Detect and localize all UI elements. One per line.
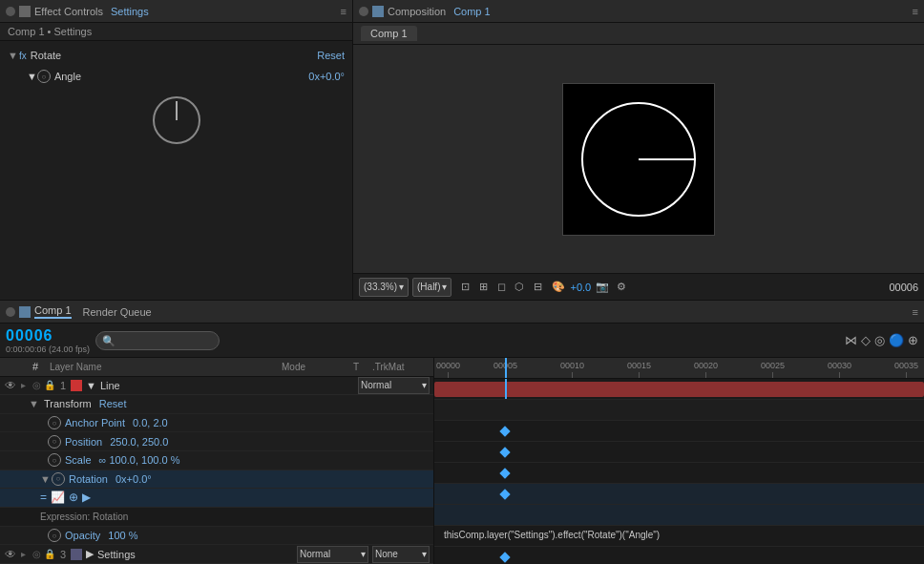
layer-name-settings[interactable]: Settings	[97, 549, 136, 560]
comp-close-button[interactable]	[359, 7, 368, 16]
track-row-opacity	[434, 547, 924, 564]
comp-panel-icon	[372, 6, 384, 17]
playhead[interactable]	[505, 358, 507, 378]
ruler-tick-10: 00010	[560, 361, 584, 378]
opacity-value[interactable]: 100 %	[108, 530, 137, 541]
panel-icon	[19, 6, 31, 17]
effect-reset-button[interactable]: Reset	[317, 50, 345, 61]
track-row-expression-text: thisComp.layer("Settings").effect("Rotat…	[434, 526, 924, 547]
settings-icon[interactable]: ⚙	[614, 280, 629, 295]
composition-header: Composition Comp 1 ≡	[353, 0, 924, 23]
timeline-panel-icon	[19, 306, 31, 318]
time-ruler: 00000 00005 00010 00015	[434, 358, 924, 379]
shy-icon[interactable]: 🔵	[889, 333, 904, 347]
layer-expand-3[interactable]: ▶	[86, 548, 94, 560]
expr-link-icon[interactable]: ⊕	[69, 491, 78, 504]
comp-tab[interactable]: Comp 1	[361, 26, 417, 41]
layer-visibility-line[interactable]: 👁	[4, 379, 17, 392]
comp-panel-menu-button[interactable]: ≡	[913, 6, 918, 17]
panel-menu-button[interactable]: ≡	[341, 6, 346, 17]
keyframe-anchor[interactable]	[499, 426, 510, 436]
snapping-icon[interactable]: ⋈	[845, 333, 857, 347]
scale-value[interactable]: ∞ 100.0, 100.0 %	[99, 454, 180, 466]
timecode[interactable]: 00006	[6, 327, 90, 345]
settings-audio-icon[interactable]: ▸	[17, 549, 29, 560]
col-lock: #	[32, 361, 46, 372]
color-value: +0.0	[570, 282, 591, 293]
layer-lock-icon[interactable]: 🔒	[44, 380, 55, 391]
layer-trkmat-settings[interactable]: None ▾	[372, 546, 430, 563]
timeline-tab-comp1[interactable]: Comp 1	[34, 304, 72, 319]
track-bar-line	[434, 382, 924, 397]
transform-expand-icon[interactable]: ▼	[29, 398, 40, 409]
angle-dial[interactable]	[153, 96, 200, 144]
dial-indicator	[176, 101, 178, 120]
layer-solo-icon[interactable]: ◎	[31, 380, 42, 391]
layer-visibility-settings[interactable]: 👁	[4, 548, 17, 561]
draft-icon[interactable]: ⊕	[908, 333, 918, 347]
layer-mode-select-line[interactable]: Normal ▾	[358, 377, 430, 394]
angle-icon: ○	[37, 70, 51, 83]
rotation-value[interactable]: 0x+0.0°	[116, 473, 152, 485]
col-t: T	[353, 362, 372, 372]
ruler-tick-35: 00035	[894, 361, 918, 378]
layer-num-1: 1	[55, 380, 71, 391]
new-keyframe-icon[interactable]: ◇	[861, 333, 871, 347]
expand-icon[interactable]: ▼	[8, 50, 19, 61]
track-row-line	[434, 379, 924, 400]
position-value[interactable]: 250.0, 250.0	[110, 436, 168, 448]
layer-expand-1[interactable]: ▼	[86, 380, 96, 391]
rotation-expand[interactable]: ▼	[40, 473, 52, 485]
composition-panel: Composition Comp 1 ≡ Comp 1 (33.3%) ▾ (H…	[353, 0, 924, 300]
pixel-icon[interactable]: ⊟	[530, 280, 545, 295]
timecode-area: 00006 0:00:00:06 (24.00 fps)	[6, 327, 90, 354]
track-row-position	[434, 442, 924, 463]
settings-solo-icon[interactable]: ◎	[31, 549, 42, 560]
search-input[interactable]	[95, 331, 220, 350]
rotation-icon: ○	[52, 472, 65, 486]
timeline-tab-render-queue[interactable]: Render Queue	[83, 306, 152, 318]
scale-row: ○ Scale ∞ 100.0, 100.0 %	[0, 451, 433, 470]
camera-icon[interactable]: 📷	[595, 280, 610, 295]
layer-audio-icon[interactable]: ▸	[17, 380, 29, 391]
close-button[interactable]	[6, 7, 15, 16]
keyframe-scale[interactable]	[499, 468, 510, 478]
settings-lock-icon[interactable]: 🔒	[44, 549, 55, 560]
transform-reset-button[interactable]: Reset	[99, 398, 127, 409]
expression-row: Expression: Rotation	[0, 508, 433, 527]
anchor-point-icon: ○	[48, 416, 61, 429]
transform-row: ▼ Transform Reset	[0, 395, 433, 414]
timeline-menu-button[interactable]: ≡	[913, 306, 918, 318]
comp-canvas	[562, 83, 715, 236]
expr-graph-icon[interactable]: 📈	[51, 491, 65, 504]
angle-value[interactable]: 0x+0.0°	[308, 71, 345, 82]
layer-name-line[interactable]: Line	[100, 380, 120, 391]
solo-icon[interactable]: ◎	[874, 333, 885, 347]
col-layer-name: Layer Name	[50, 362, 101, 372]
grid-icon[interactable]: ⊞	[475, 280, 491, 295]
expr-enable-icon[interactable]: =	[40, 491, 47, 504]
quality-dropdown[interactable]: (Half) ▾	[412, 278, 452, 297]
keyframe-opacity[interactable]	[499, 552, 510, 562]
position-row: ○ Position 250.0, 250.0	[0, 432, 433, 451]
expression-text: thisComp.layer("Settings").effect("Rotat…	[444, 530, 660, 540]
anchor-point-value[interactable]: 0.0, 2.0	[133, 417, 168, 428]
color-swatch-icon[interactable]: 🎨	[551, 280, 566, 295]
3d-icon[interactable]: ⬡	[512, 280, 527, 295]
keyframe-rotation[interactable]	[499, 489, 510, 499]
timeline-close-button[interactable]	[6, 307, 15, 317]
keyframe-position[interactable]	[499, 447, 510, 457]
timeline-body: # Layer Name Mode T .TrkMat 👁 ▸ ◎ 🔒 1	[0, 358, 924, 564]
expr-pickup-icon[interactable]: ▶	[82, 491, 91, 504]
track-row-transform	[434, 400, 924, 421]
layer-num-3: 3	[55, 549, 71, 560]
mask-icon[interactable]: ◻	[494, 280, 509, 295]
track-row-scale	[434, 463, 924, 484]
layer-mode-select-settings[interactable]: Normal ▾	[297, 546, 368, 563]
composition-title-accent: Comp 1	[453, 6, 491, 17]
zoom-dropdown[interactable]: (33.3%) ▾	[359, 278, 409, 297]
angle-expand-icon[interactable]: ▼	[27, 71, 37, 82]
expression-label: Expression: Rotation	[40, 512, 128, 522]
col-trkmat: .TrkMat	[372, 362, 430, 372]
fit-icon[interactable]: ⊡	[457, 280, 472, 295]
